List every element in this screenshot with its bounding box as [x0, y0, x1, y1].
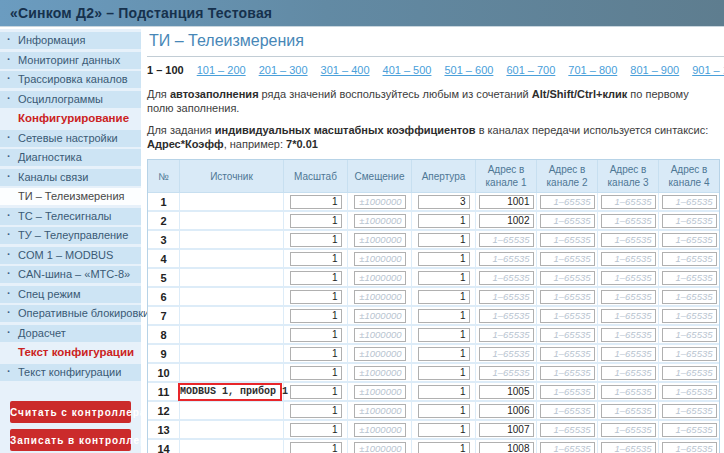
channel2-address-input[interactable] — [540, 423, 595, 437]
sidebar-item[interactable]: ·Оперативные блокировки — [0, 305, 141, 322]
sidebar-item[interactable]: ·CAN-шина – «МТС-8» — [0, 266, 141, 283]
channel4-address-input[interactable] — [662, 252, 717, 266]
channel2-address-input[interactable] — [540, 385, 595, 399]
sidebar-item[interactable]: ·Информация — [0, 32, 141, 49]
scale-input[interactable] — [290, 233, 342, 247]
sidebar-item[interactable]: ·Спец режим — [0, 286, 141, 303]
scale-input[interactable] — [290, 442, 342, 453]
sidebar-item[interactable]: ·Осциллограммы — [0, 91, 141, 108]
scale-input[interactable] — [290, 366, 342, 380]
channel1-address-input[interactable] — [479, 214, 534, 228]
channel4-address-input[interactable] — [662, 328, 717, 342]
scale-input[interactable] — [290, 328, 342, 342]
channel1-address-input[interactable] — [479, 442, 534, 453]
aperture-input[interactable] — [418, 271, 470, 285]
channel2-address-input[interactable] — [540, 214, 595, 228]
channel4-address-input[interactable] — [662, 347, 717, 361]
pagination-link[interactable]: 501 – 600 — [444, 64, 493, 76]
offset-input[interactable] — [354, 252, 406, 266]
source-cell[interactable]: MODBUS 1, прибор 1 — [180, 383, 284, 402]
channel2-address-input[interactable] — [540, 195, 595, 209]
channel3-address-input[interactable] — [601, 233, 656, 247]
aperture-input[interactable] — [418, 366, 470, 380]
channel1-address-input[interactable] — [479, 252, 534, 266]
channel1-address-input[interactable] — [479, 290, 534, 304]
channel4-address-input[interactable] — [662, 233, 717, 247]
channel1-address-input[interactable] — [479, 271, 534, 285]
channel3-address-input[interactable] — [601, 385, 656, 399]
sidebar-item-active[interactable]: ТИ – Телеизмерения — [0, 188, 141, 205]
sidebar-item[interactable]: ·Текст конфигурации — [0, 364, 141, 381]
source-cell[interactable] — [180, 307, 284, 326]
channel1-address-input[interactable] — [479, 423, 534, 437]
offset-input[interactable] — [354, 214, 406, 228]
aperture-input[interactable] — [418, 423, 470, 437]
channel3-address-input[interactable] — [601, 309, 656, 323]
aperture-input[interactable] — [418, 252, 470, 266]
aperture-input[interactable] — [418, 214, 470, 228]
sidebar-item[interactable]: ·Каналы связи — [0, 169, 141, 186]
offset-input[interactable] — [354, 290, 406, 304]
pagination-link[interactable]: 101 – 200 — [197, 64, 246, 76]
channel2-address-input[interactable] — [540, 252, 595, 266]
channel3-address-input[interactable] — [601, 328, 656, 342]
source-cell[interactable] — [180, 421, 284, 440]
source-cell[interactable] — [180, 402, 284, 421]
scale-input[interactable] — [290, 404, 342, 418]
offset-input[interactable] — [354, 195, 406, 209]
offset-input[interactable] — [354, 271, 406, 285]
source-cell[interactable] — [180, 212, 284, 231]
channel1-address-input[interactable] — [479, 347, 534, 361]
channel2-address-input[interactable] — [540, 442, 595, 453]
scale-input[interactable] — [290, 195, 342, 209]
read-from-controller-button[interactable]: Считать с контроллера — [10, 401, 131, 423]
offset-input[interactable] — [354, 366, 406, 380]
channel2-address-input[interactable] — [540, 328, 595, 342]
offset-input[interactable] — [354, 309, 406, 323]
pagination-link[interactable]: 401 – 500 — [383, 64, 432, 76]
aperture-input[interactable] — [418, 328, 470, 342]
channel4-address-input[interactable] — [662, 214, 717, 228]
pagination-link[interactable]: 601 – 700 — [506, 64, 555, 76]
channel4-address-input[interactable] — [662, 271, 717, 285]
offset-input[interactable] — [354, 233, 406, 247]
pagination-link[interactable]: 701 – 800 — [568, 64, 617, 76]
scale-input[interactable] — [290, 385, 342, 399]
channel4-address-input[interactable] — [662, 404, 717, 418]
channel3-address-input[interactable] — [601, 404, 656, 418]
offset-input[interactable] — [354, 385, 406, 399]
aperture-input[interactable] — [418, 233, 470, 247]
channel2-address-input[interactable] — [540, 233, 595, 247]
offset-input[interactable] — [354, 404, 406, 418]
channel3-address-input[interactable] — [601, 271, 656, 285]
sidebar-item[interactable]: ·Диагностика — [0, 149, 141, 166]
channel3-address-input[interactable] — [601, 214, 656, 228]
sidebar-item[interactable]: ·ТУ – Телеуправление — [0, 227, 141, 244]
pagination-link[interactable]: 201 – 300 — [259, 64, 308, 76]
source-cell[interactable] — [180, 440, 284, 453]
source-cell[interactable] — [180, 326, 284, 345]
aperture-input[interactable] — [418, 309, 470, 323]
channel4-address-input[interactable] — [662, 366, 717, 380]
offset-input[interactable] — [354, 328, 406, 342]
write-to-controller-button[interactable]: Записать в контроллер — [10, 429, 131, 451]
source-cell[interactable] — [180, 345, 284, 364]
pagination-link[interactable]: 901 – 1000 — [692, 64, 724, 76]
scale-input[interactable] — [290, 214, 342, 228]
channel1-address-input[interactable] — [479, 309, 534, 323]
channel1-address-input[interactable] — [479, 385, 534, 399]
channel4-address-input[interactable] — [662, 423, 717, 437]
channel2-address-input[interactable] — [540, 290, 595, 304]
channel1-address-input[interactable] — [479, 366, 534, 380]
offset-input[interactable] — [354, 442, 406, 453]
scale-input[interactable] — [290, 347, 342, 361]
aperture-input[interactable] — [418, 290, 470, 304]
channel2-address-input[interactable] — [540, 404, 595, 418]
channel4-address-input[interactable] — [662, 309, 717, 323]
aperture-input[interactable] — [418, 385, 470, 399]
channel2-address-input[interactable] — [540, 309, 595, 323]
channel3-address-input[interactable] — [601, 290, 656, 304]
channel4-address-input[interactable] — [662, 195, 717, 209]
scale-input[interactable] — [290, 271, 342, 285]
pagination-link[interactable]: 301 – 400 — [321, 64, 370, 76]
